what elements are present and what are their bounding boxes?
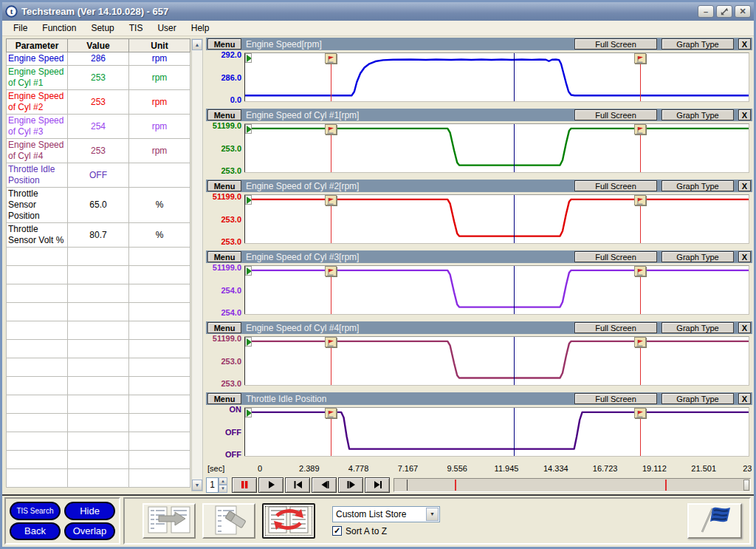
menu-item-function[interactable]: Function [35, 21, 83, 35]
table-row[interactable]: Engine Speed of Cyl #3254rpm [7, 115, 190, 139]
table-row[interactable]: Engine Speed of Cyl #1253rpm [7, 66, 190, 90]
flag-marker-icon[interactable] [634, 266, 646, 276]
flag-marker-icon[interactable] [634, 408, 646, 418]
table-row[interactable]: Engine Speed of Cyl #4253rpm [7, 139, 190, 163]
graph-close-button[interactable]: X [738, 393, 751, 404]
speed-spinner[interactable]: 1 ▲ ▼ [206, 477, 227, 493]
table-scrollbar[interactable]: ▲ ▼ [191, 38, 203, 491]
full-screen-button[interactable]: Full Screen [574, 251, 657, 262]
close-button[interactable]: ✕ [735, 5, 751, 18]
dropdown-arrow-icon[interactable]: ▼ [426, 508, 439, 521]
graph-type-button[interactable]: Graph Type [662, 38, 734, 50]
table-row[interactable]: Throttle Idle PositionOFF [7, 163, 190, 188]
table-row-empty [7, 395, 190, 414]
flag-marker-icon[interactable] [325, 266, 337, 276]
menu-item-tis[interactable]: TIS [123, 21, 150, 35]
time-tick-label: 19.112 [642, 464, 667, 473]
full-screen-button[interactable]: Full Screen [574, 322, 657, 333]
plot-area[interactable] [244, 52, 749, 102]
graph-close-button[interactable]: X [738, 180, 751, 191]
table-row[interactable]: Engine Speed286rpm [7, 52, 190, 66]
plot-area[interactable] [244, 265, 749, 315]
cursor-line[interactable] [514, 337, 515, 385]
flag-button[interactable] [687, 503, 742, 539]
table-row[interactable]: Throttle Sensor Position65.0% [7, 188, 190, 223]
swap-lists-button[interactable] [262, 503, 315, 539]
graph-close-button[interactable]: X [738, 322, 751, 333]
table-row[interactable]: Throttle Sensor Volt %80.7% [7, 223, 190, 248]
list-store-dropdown[interactable]: Custom List Store ▼ [332, 506, 440, 522]
cursor-line[interactable] [514, 266, 515, 314]
graph-type-button[interactable]: Graph Type [662, 180, 734, 191]
flag-marker-icon[interactable] [634, 195, 646, 205]
signal-trace [244, 266, 749, 314]
back-button[interactable]: Back [10, 522, 61, 541]
graph-menu-button[interactable]: Menu [207, 109, 241, 120]
flag-marker-icon[interactable] [325, 53, 337, 64]
flag-marker-icon[interactable] [325, 408, 337, 418]
plot-area[interactable] [244, 194, 749, 244]
graph-type-button[interactable]: Graph Type [662, 109, 734, 120]
graph-menu-button[interactable]: Menu [207, 322, 241, 333]
step-back-button[interactable] [312, 477, 337, 493]
graph-menu-button[interactable]: Menu [207, 251, 241, 262]
graph-close-button[interactable]: X [738, 251, 751, 262]
column-header-value[interactable]: Value [68, 39, 129, 52]
scroll-up-icon[interactable]: ▲ [192, 39, 202, 50]
hide-button[interactable]: Hide [64, 502, 115, 520]
copy-list-button[interactable] [142, 503, 196, 539]
title-bar[interactable]: t Techstream (Ver 14.10.028) - 657 – ✕ [2, 2, 754, 21]
full-screen-button[interactable]: Full Screen [574, 180, 657, 191]
cursor-line[interactable] [514, 408, 515, 456]
pause-button[interactable] [232, 477, 257, 493]
y-label-mid: 253.0 [221, 215, 241, 224]
plot-area[interactable] [244, 336, 749, 386]
track-handle[interactable] [743, 480, 749, 491]
skip-to-start-button[interactable] [285, 477, 310, 493]
erase-list-button[interactable] [202, 503, 255, 539]
graph-menu-button[interactable]: Menu [207, 180, 241, 191]
play-button[interactable] [258, 477, 284, 493]
flag-marker-icon[interactable] [634, 337, 646, 347]
tis-search-button[interactable]: TIS Search [10, 502, 61, 520]
flag-marker-icon[interactable] [325, 124, 337, 134]
graph-type-button[interactable]: Graph Type [662, 251, 734, 262]
menu-item-setup[interactable]: Setup [84, 21, 120, 35]
spinner-value[interactable]: 1 [206, 477, 219, 493]
menu-item-help[interactable]: Help [185, 21, 216, 35]
column-header-parameter[interactable]: Parameter [7, 39, 68, 52]
step-forward-button[interactable] [338, 477, 363, 493]
column-header-unit[interactable]: Unit [129, 39, 190, 52]
cursor-line[interactable] [514, 53, 515, 101]
minimize-button[interactable]: – [698, 5, 714, 18]
table-row[interactable]: Engine Speed of Cyl #2253rpm [7, 90, 190, 115]
flag-marker-icon[interactable] [634, 124, 646, 134]
cursor-line[interactable] [514, 124, 515, 172]
plot-area[interactable] [244, 123, 749, 173]
menu-item-file[interactable]: File [7, 21, 34, 35]
playback-position-track[interactable] [394, 478, 751, 492]
skip-to-end-button[interactable] [365, 477, 390, 493]
full-screen-button[interactable]: Full Screen [574, 393, 657, 404]
menu-item-user[interactable]: User [151, 21, 182, 35]
graph-close-button[interactable]: X [738, 109, 751, 120]
cursor-line[interactable] [514, 195, 515, 243]
graph-type-button[interactable]: Graph Type [662, 322, 734, 333]
flag-marker-icon[interactable] [325, 337, 337, 347]
full-screen-button[interactable]: Full Screen [574, 109, 657, 120]
graph-close-button[interactable]: X [738, 38, 751, 50]
sort-checkbox[interactable]: ✓ [332, 526, 342, 536]
graph-menu-button[interactable]: Menu [207, 38, 241, 50]
flag-marker-icon[interactable] [325, 195, 337, 205]
signal-trace [244, 195, 749, 243]
graph-menu-button[interactable]: Menu [207, 393, 241, 404]
overlap-button[interactable]: Overlap [64, 522, 115, 541]
graph-type-button[interactable]: Graph Type [662, 393, 734, 404]
spinner-up-icon[interactable]: ▲ [219, 477, 227, 485]
spinner-down-icon[interactable]: ▼ [219, 485, 227, 493]
restore-icon[interactable] [716, 5, 732, 18]
scroll-down-icon[interactable]: ▼ [192, 480, 202, 491]
flag-marker-icon[interactable] [634, 53, 646, 64]
full-screen-button[interactable]: Full Screen [574, 38, 657, 50]
plot-area[interactable] [244, 407, 749, 457]
